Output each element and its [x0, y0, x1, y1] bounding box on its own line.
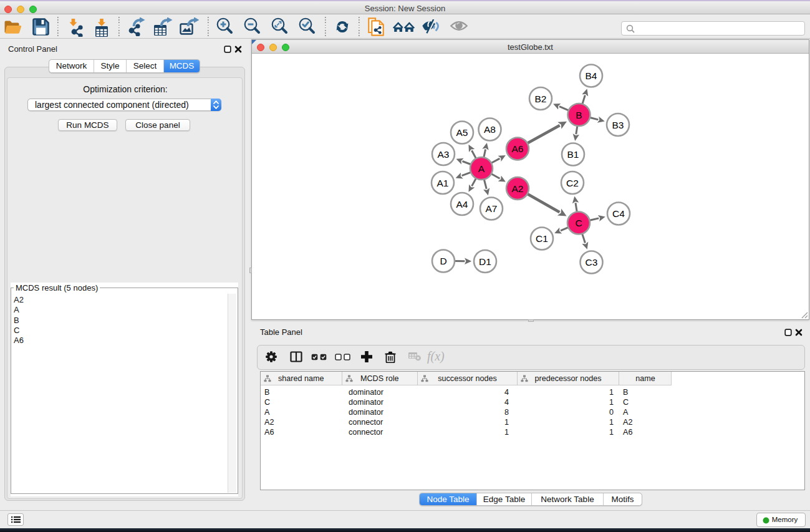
svg-text:A8: A8 [484, 124, 496, 135]
svg-text:A5: A5 [456, 127, 468, 138]
svg-text:A1: A1 [437, 178, 449, 188]
svg-text:A: A [478, 163, 485, 174]
svg-text:A2: A2 [512, 183, 524, 194]
svg-text:B: B [576, 110, 582, 120]
svg-text:C: C [575, 218, 582, 228]
svg-text:D: D [440, 256, 446, 266]
svg-text:B2: B2 [535, 94, 547, 104]
svg-text:C2: C2 [566, 178, 579, 188]
svg-text:D1: D1 [479, 256, 491, 267]
svg-text:C1: C1 [536, 233, 548, 244]
svg-text:B1: B1 [567, 149, 579, 160]
svg-text:A7: A7 [486, 203, 498, 214]
svg-text:A4: A4 [456, 199, 468, 210]
svg-text:C3: C3 [586, 257, 598, 268]
svg-text:C4: C4 [612, 208, 625, 219]
svg-text:B3: B3 [612, 120, 624, 130]
svg-text:A3: A3 [438, 149, 450, 160]
svg-text:A6: A6 [512, 143, 524, 154]
svg-text:B4: B4 [586, 70, 597, 81]
